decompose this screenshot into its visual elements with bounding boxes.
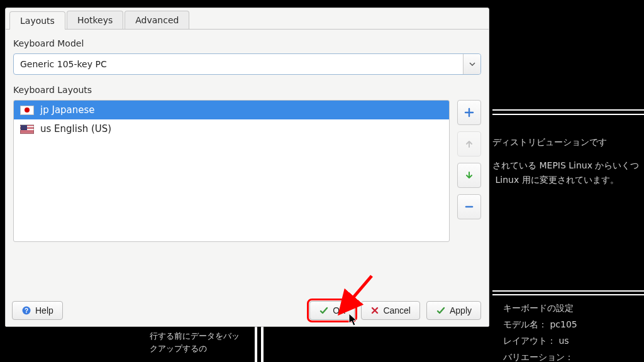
layout-side-buttons bbox=[457, 100, 481, 242]
bg-text-line: されている MEPIS Linux からいくつ bbox=[492, 158, 643, 172]
ok-button-label: OK bbox=[333, 305, 345, 315]
bg-text-line: Linux 用に変更されています。 bbox=[492, 173, 643, 187]
keyboard-model-value: Generic 105-key PC bbox=[14, 59, 463, 69]
mouse-cursor bbox=[348, 313, 358, 329]
arrow-down-icon bbox=[464, 170, 474, 180]
layout-item-label: us English (US) bbox=[40, 123, 111, 134]
bg-kb-layout: レイアウト： us bbox=[503, 336, 569, 347]
dialog-button-row: ? Help OK Cancel Apply bbox=[12, 301, 481, 320]
help-icon: ? bbox=[21, 305, 31, 315]
cancel-button[interactable]: Cancel bbox=[361, 301, 420, 320]
combo-dropdown-button[interactable] bbox=[463, 54, 480, 74]
remove-layout-button[interactable] bbox=[457, 194, 481, 219]
tab-bar: Layouts Hotkeys Advanced bbox=[6, 8, 489, 30]
check-icon bbox=[319, 305, 329, 315]
tab-hotkeys[interactable]: Hotkeys bbox=[67, 11, 123, 29]
bg-text-line: ディストリビューションです bbox=[492, 135, 643, 149]
tab-panel-layouts: Keyboard Model Generic 105-key PC Keyboa… bbox=[6, 30, 489, 248]
cancel-button-label: Cancel bbox=[383, 305, 411, 315]
keyboard-settings-dialog: Layouts Hotkeys Advanced Keyboard Model … bbox=[5, 8, 489, 327]
layout-item-jp[interactable]: jp Japanese bbox=[14, 101, 449, 119]
chevron-down-icon bbox=[469, 61, 475, 67]
move-down-button[interactable] bbox=[457, 163, 481, 188]
keyboard-model-label: Keyboard Model bbox=[13, 38, 481, 48]
keyboard-layouts-label: Keyboard Layouts bbox=[13, 85, 481, 95]
layout-item-label: jp Japanese bbox=[40, 104, 95, 116]
layout-item-us[interactable]: us English (US) bbox=[14, 119, 449, 138]
tab-advanced[interactable]: Advanced bbox=[125, 11, 189, 29]
flag-jp-icon bbox=[20, 106, 34, 115]
plus-icon bbox=[464, 107, 474, 118]
bg-fragment-text: 行する前にデータをバックアップするの bbox=[145, 329, 252, 356]
layouts-listbox[interactable]: jp Japanese us English (US) bbox=[13, 100, 450, 242]
minus-icon bbox=[464, 202, 474, 212]
help-button[interactable]: ? Help bbox=[12, 301, 63, 320]
bg-kb-model: モデル名： pc105 bbox=[503, 319, 577, 331]
move-up-button bbox=[457, 131, 481, 156]
bg-kb-header: キーボードの設定 bbox=[503, 303, 574, 314]
keyboard-model-combo[interactable]: Generic 105-key PC bbox=[13, 53, 481, 75]
apply-icon bbox=[436, 305, 446, 315]
svg-text:?: ? bbox=[25, 307, 28, 314]
apply-button-label: Apply bbox=[450, 305, 472, 315]
add-layout-button[interactable] bbox=[457, 100, 481, 125]
flag-us-icon bbox=[20, 124, 34, 134]
arrow-up-icon bbox=[464, 139, 474, 149]
apply-button[interactable]: Apply bbox=[426, 301, 481, 320]
help-button-label: Help bbox=[35, 305, 53, 315]
tab-layouts[interactable]: Layouts bbox=[9, 11, 65, 30]
cancel-icon bbox=[370, 306, 379, 315]
bg-kb-variant: バリエーション： bbox=[503, 352, 574, 362]
